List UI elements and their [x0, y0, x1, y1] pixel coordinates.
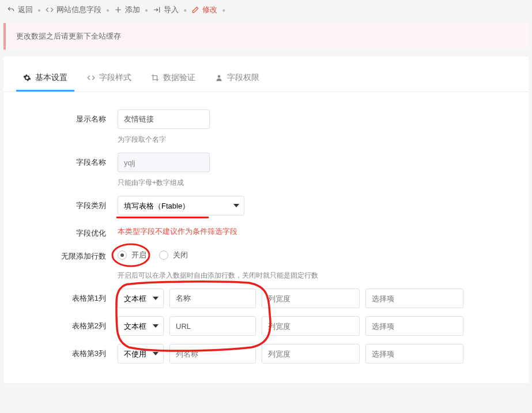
select-field-type[interactable]: 填写表格（Ftable）: [118, 196, 244, 215]
input-col1-opt[interactable]: [365, 289, 463, 308]
form: 显示名称 为字段取个名字 字段名称 只能由字母+数字组成 字段类别 填写表格（F…: [3, 92, 529, 363]
import-label: 导入: [164, 5, 179, 15]
back-label: 返回: [18, 5, 33, 15]
text-optimize: 本类型字段不建议作为条件筛选字段: [118, 223, 505, 237]
input-field-name: [118, 153, 210, 172]
add-label: 添加: [125, 5, 140, 15]
separator-dot: ●: [145, 7, 148, 13]
crop-icon: [151, 74, 159, 82]
label-col3: 表格第3列: [27, 344, 118, 359]
hint-unlimited-rows: 开启后可以在录入数据时自由添加行数，关闭时就只能是固定行数: [118, 271, 505, 281]
panel: 基本设置 字段样式 数据验证 字段权限 显示名称 为字段取个名字 字段名称: [3, 56, 529, 383]
tab-style[interactable]: 字段样式: [80, 67, 138, 92]
site-fields-button[interactable]: 网站信息字段: [46, 5, 101, 15]
tab-label: 数据验证: [163, 73, 195, 83]
tab-basic[interactable]: 基本设置: [16, 67, 74, 92]
label-col2: 表格第2列: [27, 316, 118, 331]
radio-on[interactable]: 开启: [118, 250, 146, 260]
label-unlimited-rows: 无限添加行数: [27, 247, 118, 262]
select-col2-type[interactable]: 文本框: [118, 316, 164, 336]
input-col3-opt[interactable]: [365, 344, 463, 363]
row-unlimited-rows: 无限添加行数 开启 关闭 开启后可以在录入数据时自由添加行数，关闭时就只能是固定…: [27, 247, 505, 281]
separator-dot: ●: [183, 7, 187, 13]
row-col2: 表格第2列 文本框: [27, 316, 505, 336]
label-optimize: 字段优化: [27, 223, 118, 238]
alert-text: 更改数据之后请更新下全站缓存: [16, 32, 121, 40]
annotation-underline: [116, 217, 209, 218]
row-field-type: 字段类别 填写表格（Ftable）: [27, 196, 505, 215]
alert-cache: 更改数据之后请更新下全站缓存: [3, 23, 529, 50]
gear-icon: [23, 74, 31, 82]
hint-field-name: 只能由字母+数字组成: [118, 178, 505, 188]
edit-label: 修改: [202, 5, 217, 15]
row-col3: 表格第3列 不使用: [27, 344, 505, 363]
input-col2-name[interactable]: [169, 316, 256, 336]
tabs: 基本设置 字段样式 数据验证 字段权限: [3, 62, 529, 92]
input-col1-width[interactable]: [262, 289, 360, 308]
label-display-name: 显示名称: [27, 109, 118, 124]
edit-icon: [191, 6, 199, 14]
code-icon: [87, 74, 95, 82]
code-icon: [46, 6, 54, 14]
add-button[interactable]: 添加: [114, 5, 140, 15]
row-field-name: 字段名称 只能由字母+数字组成: [27, 153, 505, 188]
svg-point-0: [218, 75, 221, 78]
select-col3-type[interactable]: 不使用: [118, 344, 164, 363]
import-button[interactable]: 导入: [153, 5, 179, 15]
label-field-name: 字段名称: [27, 153, 118, 168]
tab-label: 字段权限: [227, 73, 259, 83]
user-icon: [215, 74, 223, 82]
input-col2-opt[interactable]: [365, 316, 463, 336]
separator-dot: ●: [222, 7, 225, 13]
radio-on-label: 开启: [131, 250, 146, 260]
select-col1-type[interactable]: 文本框: [118, 289, 164, 308]
tab-label: 字段样式: [99, 73, 131, 83]
radio-off[interactable]: 关闭: [159, 250, 188, 260]
back-button[interactable]: 返回: [7, 5, 33, 15]
import-icon: [153, 6, 161, 14]
hint-display-name: 为字段取个名字: [118, 135, 505, 145]
row-optimize: 字段优化 本类型字段不建议作为条件筛选字段: [27, 223, 505, 238]
toolbar: 返回 ● 网站信息字段 ● 添加 ● 导入 ● 修改 ●: [0, 0, 532, 20]
edit-button[interactable]: 修改: [191, 5, 217, 15]
separator-dot: ●: [106, 7, 110, 13]
input-col1-name[interactable]: [169, 289, 256, 308]
plus-icon: [114, 6, 122, 14]
label-field-type: 字段类别: [27, 196, 118, 211]
back-icon: [7, 6, 15, 14]
input-display-name[interactable]: [118, 109, 210, 129]
tab-label: 基本设置: [35, 73, 67, 83]
row-col1: 表格第1列 文本框: [27, 289, 505, 308]
label-col1: 表格第1列: [27, 289, 118, 304]
radio-circle-icon: [159, 251, 168, 260]
tab-validate[interactable]: 数据验证: [144, 67, 202, 92]
row-display-name: 显示名称 为字段取个名字: [27, 109, 505, 145]
radio-off-label: 关闭: [173, 250, 188, 260]
site-fields-label: 网站信息字段: [56, 5, 101, 15]
separator-dot: ●: [37, 7, 41, 13]
radio-circle-icon: [118, 251, 127, 260]
input-col3-name[interactable]: [169, 344, 256, 363]
input-col2-width[interactable]: [262, 316, 360, 336]
input-col3-width[interactable]: [262, 344, 360, 363]
tab-permission[interactable]: 字段权限: [208, 67, 266, 92]
